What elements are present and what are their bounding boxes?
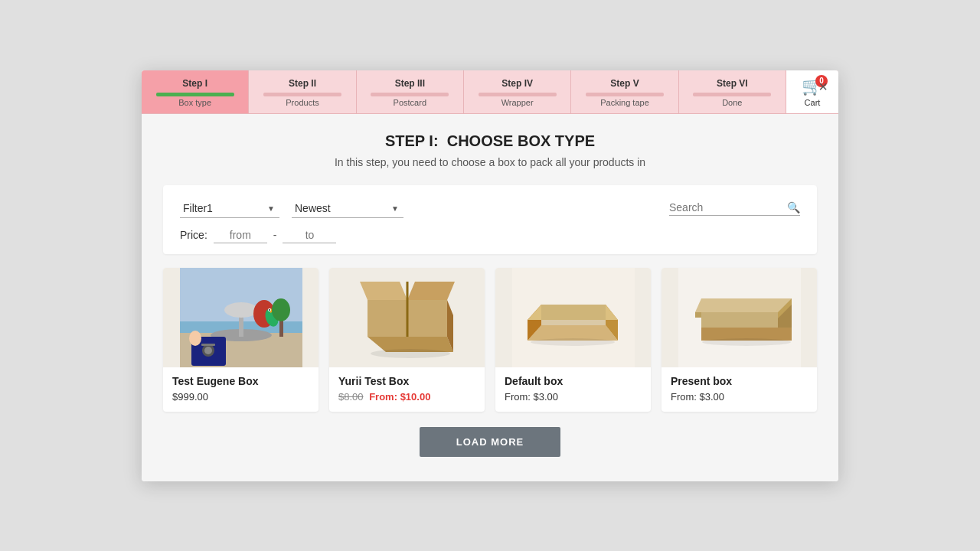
- product-price-1: $999.00: [172, 391, 309, 403]
- product-from-price-4: From: $3.00: [671, 391, 724, 403]
- step-3[interactable]: Step III Postcard: [357, 70, 464, 113]
- modal-body: STEP I: CHOOSE BOX TYPE In this step, yo…: [142, 114, 838, 481]
- step-6-progress: [693, 93, 771, 96]
- product-info-2: Yurii Test Box $8.00 From: $10.00: [329, 367, 485, 412]
- svg-marker-22: [360, 282, 407, 300]
- svg-point-15: [189, 331, 201, 346]
- svg-point-33: [531, 338, 615, 346]
- product-img-4: [662, 268, 817, 367]
- filter-row: Filter1 Filter2 Filter3 ▼ Newest Oldest …: [180, 199, 800, 218]
- product-name-2: Yurii Test Box: [338, 375, 475, 387]
- product-card-2[interactable]: Yurii Test Box $8.00 From: $10.00: [329, 268, 485, 412]
- filter1-select[interactable]: Filter1 Filter2 Filter3: [180, 199, 279, 218]
- search-icon: 🔍: [787, 201, 800, 214]
- price-dash: -: [273, 229, 277, 241]
- product-info-4: Present box From: $3.00: [662, 367, 817, 412]
- price-row: Price: -: [180, 227, 800, 243]
- product-card-4[interactable]: Present box From: $3.00: [662, 268, 817, 412]
- steps-header: Step I Box type Step II Products Step II…: [142, 70, 838, 114]
- step-title-text: CHOOSE BOX TYPE: [447, 132, 595, 149]
- product-name-4: Present box: [671, 375, 808, 387]
- sort-select[interactable]: Newest Oldest Price: Low to High Price: …: [292, 199, 403, 218]
- filter-card: Filter1 Filter2 Filter3 ▼ Newest Oldest …: [163, 185, 817, 254]
- step-5[interactable]: Step V Packing tape: [571, 70, 678, 113]
- product-info-1: Test Eugene Box $999.00: [163, 367, 318, 412]
- cart-label: Cart: [805, 98, 821, 107]
- svg-point-17: [272, 298, 290, 321]
- price-label: Price:: [180, 229, 207, 241]
- step-2-label: Step II: [253, 78, 351, 89]
- svg-point-10: [269, 309, 270, 311]
- product-old-price-2: $8.00: [338, 391, 364, 403]
- modal-container: × Step I Box type Step II Products Step …: [142, 70, 838, 481]
- step-5-sublabel: Packing tape: [576, 98, 673, 107]
- product-sale-label-2: From:: [369, 391, 397, 403]
- step-4[interactable]: Step IV Wrapper: [464, 70, 571, 113]
- step-2-sublabel: Products: [253, 98, 351, 107]
- step-1-progress: [156, 93, 234, 96]
- sort-wrapper: Newest Oldest Price: Low to High Price: …: [292, 199, 403, 218]
- product-img-3: [495, 268, 651, 367]
- product-img-1: [163, 268, 318, 367]
- load-more-button[interactable]: LOAD MORE: [420, 427, 560, 457]
- close-button[interactable]: ×: [818, 78, 828, 96]
- svg-point-5: [224, 302, 258, 318]
- product-card-3[interactable]: Default box From: $3.00: [495, 268, 651, 412]
- product-price-3: From: $3.00: [505, 391, 642, 403]
- svg-rect-14: [201, 344, 215, 346]
- svg-point-13: [204, 347, 212, 354]
- step-6-sublabel: Done: [684, 98, 781, 107]
- svg-marker-23: [407, 282, 455, 300]
- product-info-3: Default box From: $3.00: [495, 367, 651, 412]
- product-price-2: $8.00 From: $10.00: [338, 391, 475, 403]
- step-1-label: Step I: [146, 78, 243, 89]
- step-1-sublabel: Box type: [146, 98, 243, 107]
- product-name-3: Default box: [505, 375, 642, 387]
- product-card-1[interactable]: Test Eugene Box $999.00: [163, 268, 318, 412]
- search-wrapper: 🔍: [669, 201, 800, 216]
- search-input[interactable]: [669, 201, 784, 214]
- step-5-label: Step V: [576, 78, 673, 89]
- cart-button[interactable]: 🛒 0 Cart: [786, 70, 838, 113]
- filter1-wrapper: Filter1 Filter2 Filter3 ▼: [180, 199, 279, 218]
- step-6[interactable]: Step VI Done: [679, 70, 786, 113]
- svg-marker-39: [695, 312, 701, 318]
- product-price-4: From: $3.00: [671, 391, 808, 403]
- step-1[interactable]: Step I Box type: [142, 70, 249, 113]
- price-to-input[interactable]: [283, 227, 336, 243]
- step-2-progress: [263, 93, 341, 96]
- product-sale-price-2: $10.00: [400, 391, 431, 403]
- price-from-input[interactable]: [214, 227, 267, 243]
- svg-marker-32: [541, 305, 606, 325]
- product-from-price-3: From: $3.00: [505, 391, 558, 403]
- step-4-label: Step IV: [469, 78, 566, 89]
- step-3-sublabel: Postcard: [361, 98, 459, 107]
- step-5-progress: [586, 93, 664, 96]
- product-grid: Test Eugene Box $999.00: [163, 268, 817, 412]
- svg-point-42: [702, 338, 791, 346]
- step-2[interactable]: Step II Products: [249, 70, 356, 113]
- step-3-progress: [371, 93, 449, 96]
- step-3-label: Step III: [361, 78, 459, 89]
- step-6-label: Step VI: [684, 78, 781, 89]
- svg-marker-41: [695, 298, 792, 312]
- load-more-section: LOAD MORE: [163, 427, 817, 457]
- product-price-value-1: $999.00: [172, 391, 208, 403]
- product-name-1: Test Eugene Box: [172, 375, 309, 387]
- step-4-progress: [479, 93, 557, 96]
- step-4-sublabel: Wrapper: [469, 98, 566, 107]
- step-prefix: STEP I:: [385, 132, 439, 149]
- step-subtitle: In this step, you need to choose a box t…: [163, 156, 817, 168]
- page-title: STEP I: CHOOSE BOX TYPE: [163, 132, 817, 150]
- product-img-2: [329, 268, 485, 367]
- svg-point-25: [371, 349, 450, 358]
